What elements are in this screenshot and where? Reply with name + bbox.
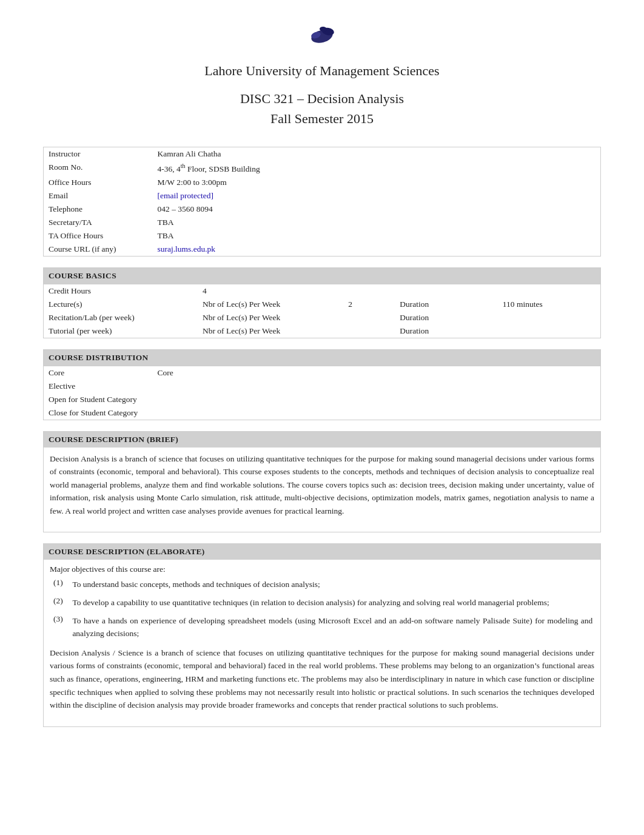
objective-text: To develop a capability to use quantitat… — [72, 596, 592, 609]
basics-dur-val — [498, 324, 601, 338]
basics-label: Credit Hours — [44, 284, 198, 298]
info-value: [email protected] — [153, 189, 601, 203]
info-value: 4-36, 4th Floor, SDSB Building — [153, 161, 601, 176]
info-label: Course URL (if any) — [44, 243, 153, 257]
info-label: Office Hours — [44, 176, 153, 189]
objective-text: To understand basic concepts, methods an… — [72, 578, 592, 591]
university-name: Lahore University of Management Sciences — [43, 63, 601, 79]
course-url-link[interactable]: suraj.lums.edu.pk — [158, 244, 216, 253]
table-row: Course URL (if any) suraj.lums.edu.pk — [44, 243, 601, 257]
info-label: TA Office Hours — [44, 229, 153, 243]
course-desc-brief-text: Decision Analysis is a branch of science… — [49, 452, 595, 518]
basics-dur-label: Duration — [395, 324, 498, 338]
objectives-intro: Major objectives of this course are: — [49, 565, 595, 574]
course-desc-brief-section: COURSE DESCRIPTION (BRIEF) Decision Anal… — [43, 431, 601, 533]
basics-val2 — [343, 311, 395, 324]
info-label: Secretary/TA — [44, 216, 153, 229]
table-row: Instructor Kamran Ali Chatha — [44, 147, 601, 161]
objective-text: To have a hands on experience of develop… — [72, 614, 592, 640]
basics-val1: Nbr of Lec(s) Per Week — [198, 311, 343, 324]
logo-area — [43, 18, 601, 57]
table-row: Open for Student Category — [44, 393, 601, 406]
objective-number: (1) — [53, 578, 70, 588]
email-link[interactable]: [email protected] — [158, 191, 214, 200]
table-row: Close for Student Category — [44, 406, 601, 420]
table-row: Room No. 4-36, 4th Floor, SDSB Building — [44, 161, 601, 176]
objective-item: (2) To develop a capability to use quant… — [49, 596, 595, 609]
course-desc-elaborate-section: COURSE DESCRIPTION (ELABORATE) Major obj… — [43, 543, 601, 726]
objective-number: (3) — [53, 614, 70, 624]
info-value: Kamran Ali Chatha — [153, 147, 601, 161]
info-label: Email — [44, 189, 153, 203]
semester-label: Fall Semester 2015 — [43, 109, 601, 129]
course-desc-elaborate-header: COURSE DESCRIPTION (ELABORATE) — [43, 543, 601, 560]
table-row: Email [email protected] — [44, 189, 601, 203]
table-row: TA Office Hours TBA — [44, 229, 601, 243]
dist-value: Core — [153, 366, 601, 380]
info-value: suraj.lums.edu.pk — [153, 243, 601, 257]
info-label: Room No. — [44, 161, 153, 176]
course-distribution-table: Core Core Elective Open for Student Cate… — [43, 366, 601, 420]
course-desc-brief-header: COURSE DESCRIPTION (BRIEF) — [43, 431, 601, 448]
course-distribution-section: COURSE DISTRIBUTION Core Core Elective O… — [43, 349, 601, 420]
info-label: Telephone — [44, 203, 153, 216]
table-row: Lecture(s) Nbr of Lec(s) Per Week 2 Dura… — [44, 298, 601, 311]
info-value: TBA — [153, 229, 601, 243]
course-basics-header: COURSE BASICS — [43, 267, 601, 284]
table-row: Credit Hours 4 — [44, 284, 601, 298]
course-code-title: DISC 321 – Decision Analysis — [43, 89, 601, 109]
basics-dur-label: Duration — [395, 311, 498, 324]
page-header: Lahore University of Management Sciences… — [43, 18, 601, 129]
table-row: Telephone 042 – 3560 8094 — [44, 203, 601, 216]
basics-dur-label — [395, 284, 498, 298]
objective-item: (3) To have a hands on experience of dev… — [49, 614, 595, 640]
course-distribution-header: COURSE DISTRIBUTION — [43, 349, 601, 366]
dist-label: Open for Student Category — [44, 393, 153, 406]
objective-item: (1) To understand basic concepts, method… — [49, 578, 595, 591]
course-basics-table: Credit Hours 4 Lecture(s) Nbr of Lec(s) … — [43, 284, 601, 338]
table-row: Office Hours M/W 2:00 to 3:00pm — [44, 176, 601, 189]
basics-val2: 2 — [343, 298, 395, 311]
basics-val1: Nbr of Lec(s) Per Week — [198, 298, 343, 311]
table-row: Tutorial (per week) Nbr of Lec(s) Per We… — [44, 324, 601, 338]
info-label: Instructor — [44, 147, 153, 161]
objective-number: (2) — [53, 596, 70, 606]
dist-label: Core — [44, 366, 153, 380]
info-value: 042 – 3560 8094 — [153, 203, 601, 216]
dist-label: Close for Student Category — [44, 406, 153, 420]
basics-val1: 4 — [198, 284, 343, 298]
university-logo — [298, 18, 346, 55]
course-title: DISC 321 – Decision Analysis Fall Semest… — [43, 89, 601, 129]
dist-label: Elective — [44, 380, 153, 393]
course-desc-elaborate-text: Decision Analysis / Science is a branch … — [49, 646, 595, 712]
table-row: Secretary/TA TBA — [44, 216, 601, 229]
course-basics-section: COURSE BASICS Credit Hours 4 Lecture(s) … — [43, 267, 601, 338]
basics-val2 — [343, 324, 395, 338]
dist-value — [153, 393, 601, 406]
basics-label: Lecture(s) — [44, 298, 198, 311]
basics-dur-val — [498, 284, 601, 298]
basics-val1: Nbr of Lec(s) Per Week — [198, 324, 343, 338]
table-row: Core Core — [44, 366, 601, 380]
info-value: M/W 2:00 to 3:00pm — [153, 176, 601, 189]
page-container: Lahore University of Management Sciences… — [31, 0, 613, 748]
instructor-info-table: Instructor Kamran Ali Chatha Room No. 4-… — [43, 147, 601, 257]
basics-label: Recitation/Lab (per week) — [44, 311, 198, 324]
info-value: TBA — [153, 216, 601, 229]
table-row: Recitation/Lab (per week) Nbr of Lec(s) … — [44, 311, 601, 324]
basics-dur-label: Duration — [395, 298, 498, 311]
dist-value — [153, 380, 601, 393]
basics-label: Tutorial (per week) — [44, 324, 198, 338]
basics-val2 — [343, 284, 395, 298]
basics-dur-val — [498, 311, 601, 324]
table-row: Elective — [44, 380, 601, 393]
basics-dur-val: 110 minutes — [498, 298, 601, 311]
dist-value — [153, 406, 601, 420]
